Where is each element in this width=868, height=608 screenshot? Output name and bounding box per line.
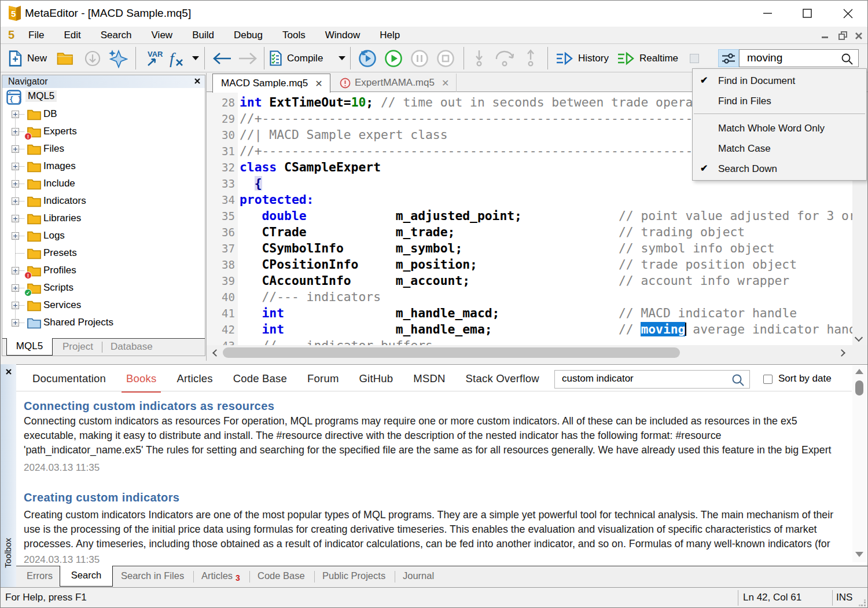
menu-item-search-down[interactable]: ✔Search Down — [693, 159, 866, 180]
menu-item-build[interactable]: Build — [182, 27, 224, 44]
tree-item-libraries[interactable]: Libraries — [2, 210, 205, 228]
toolbox-scrollbar[interactable] — [852, 365, 867, 562]
menu-item-match-case[interactable]: Match Case — [693, 139, 866, 159]
step-into-button[interactable] — [472, 45, 487, 72]
menu-item-debug[interactable]: Debug — [224, 27, 273, 44]
menu-item-view[interactable]: View — [142, 27, 183, 44]
expand-icon[interactable] — [12, 111, 19, 118]
tree-item-services[interactable]: Services — [2, 297, 205, 314]
expand-icon[interactable] — [12, 197, 19, 205]
stop-button[interactable] — [436, 45, 455, 72]
toolbox-scrollbar-thumb[interactable] — [855, 380, 863, 395]
toolbox-tab-public-projects[interactable]: Public Projects — [322, 566, 385, 587]
toolbox-tab-stack-overflow[interactable]: Stack Overflow — [466, 370, 539, 391]
history-button[interactable]: History — [556, 45, 609, 72]
menu-item-search[interactable]: Search — [91, 27, 142, 44]
tree-item-shared-projects[interactable]: Shared Projects — [2, 314, 205, 332]
result-title[interactable]: Creating custom indicators — [24, 491, 179, 504]
navigator-tab-mql5[interactable]: MQL5 — [6, 338, 53, 356]
toolbox-tab-msdn[interactable]: MSDN — [413, 370, 445, 391]
toolbox-tab-search-in-files[interactable]: Search in Files — [121, 566, 184, 587]
insert-function-dropdown[interactable] — [192, 45, 200, 72]
step-out-button[interactable] — [523, 45, 538, 72]
expand-icon[interactable] — [12, 232, 19, 240]
expand-icon[interactable] — [12, 180, 19, 188]
tree-item-include[interactable]: Include — [2, 175, 205, 193]
tree-item-scripts[interactable]: ✓Scripts — [2, 280, 205, 297]
window-close-button[interactable] — [834, 1, 861, 26]
tree-item-db[interactable]: DB — [2, 106, 205, 123]
scroll-down-icon[interactable] — [855, 552, 863, 557]
expand-icon[interactable] — [12, 128, 19, 135]
scroll-down-icon[interactable] — [856, 335, 863, 342]
tree-item-indicators[interactable]: Indicators — [2, 193, 205, 210]
toolbox-tab-code-base[interactable]: Code Base — [233, 370, 287, 391]
step-over-button[interactable] — [494, 45, 517, 72]
insert-function-button[interactable]: f — [168, 45, 190, 72]
toolbox-tab-github[interactable]: GitHub — [359, 370, 393, 391]
scroll-right-icon[interactable] — [839, 350, 845, 356]
expand-icon[interactable] — [12, 319, 19, 327]
sort-by-date-checkbox[interactable] — [763, 375, 773, 384]
tree-item-root[interactable]: { } MQL5 — [2, 89, 205, 106]
horizontal-scrollbar-thumb[interactable] — [223, 347, 680, 358]
download-button[interactable] — [84, 45, 101, 72]
window-maximize-button[interactable] — [794, 1, 821, 26]
expand-icon[interactable] — [12, 267, 19, 274]
expand-icon[interactable] — [12, 302, 19, 309]
insert-variable-button[interactable]: VAR — [144, 45, 163, 72]
toolbar-search-field[interactable]: moving — [739, 49, 859, 67]
search-settings-button[interactable] — [718, 49, 739, 67]
editor-tab-expertmama-mq5[interactable]: ExpertMAMA.mq5✕ — [332, 74, 457, 92]
styler-button[interactable] — [107, 45, 128, 72]
navigate-forward-button[interactable] — [238, 45, 258, 72]
tree-item-experts[interactable]: !Experts — [2, 123, 205, 141]
toolbox-tab-errors[interactable]: Errors — [27, 566, 53, 587]
menu-item-match-whole-word-only[interactable]: Match Whole Word Only — [693, 119, 866, 139]
new-file-button[interactable]: New — [9, 45, 47, 72]
toolbox-tab-search[interactable]: Search — [60, 566, 113, 587]
compile-button[interactable]: Compile — [270, 45, 323, 72]
expand-icon[interactable] — [12, 145, 19, 153]
search-icon[interactable] — [731, 373, 745, 387]
debug-history-button[interactable] — [358, 45, 377, 72]
toolbox-tab-documentation[interactable]: Documentation — [32, 370, 106, 391]
result-title[interactable]: Connecting custom indicators as resource… — [24, 400, 274, 413]
menu-item-find-in-document[interactable]: ✔Find in Document — [693, 71, 866, 91]
tab-close-icon[interactable]: ✕ — [315, 78, 322, 89]
expand-icon[interactable] — [12, 163, 19, 170]
tab-close-icon[interactable]: ✕ — [442, 78, 449, 89]
tree-item-images[interactable]: Images — [2, 158, 205, 175]
menu-item-find-in-files[interactable]: Find in Files — [693, 91, 866, 112]
editor-tab-macd-sample-mq5[interactable]: MACD Sample.mq5✕ — [212, 74, 330, 93]
toolbox-tab-journal[interactable]: Journal — [403, 566, 434, 587]
open-folder-button[interactable] — [57, 45, 73, 72]
pause-button[interactable] — [410, 45, 429, 72]
scroll-up-icon[interactable] — [855, 369, 863, 374]
realtime-button[interactable]: Realtime — [617, 45, 678, 72]
window-minimize-button[interactable] — [754, 1, 781, 26]
tree-item-presets[interactable]: Presets — [2, 245, 205, 262]
navigate-back-button[interactable] — [212, 45, 232, 72]
expand-icon[interactable] — [12, 284, 19, 292]
menu-item-window[interactable]: Window — [315, 27, 370, 44]
mdi-restore-icon[interactable] — [838, 31, 848, 40]
toolbox-tab-articles[interactable]: Articles — [176, 370, 212, 391]
toolbox-tab-books[interactable]: Books — [126, 370, 156, 391]
mdi-minimize-icon[interactable] — [821, 31, 829, 40]
menu-item-help[interactable]: Help — [370, 27, 410, 44]
debug-realtime-button[interactable] — [384, 45, 403, 72]
menu-item-edit[interactable]: Edit — [54, 27, 90, 44]
navigator-close-icon[interactable] — [193, 77, 201, 85]
tree-item-logs[interactable]: Logs — [2, 228, 205, 245]
navigator-tab-database[interactable]: Database — [111, 338, 153, 356]
resize-grip[interactable] — [859, 599, 866, 607]
menu-item-tools[interactable]: Tools — [273, 27, 315, 44]
compile-dropdown[interactable] — [338, 45, 346, 72]
toolbox-search-field[interactable]: custom indicator — [554, 370, 750, 389]
mdi-close-icon[interactable] — [855, 31, 863, 40]
expand-icon[interactable] — [12, 215, 19, 222]
toolbox-tab-code-base[interactable]: Code Base — [258, 566, 305, 587]
search-icon[interactable] — [841, 53, 854, 65]
menu-item-file[interactable]: File — [19, 27, 54, 44]
